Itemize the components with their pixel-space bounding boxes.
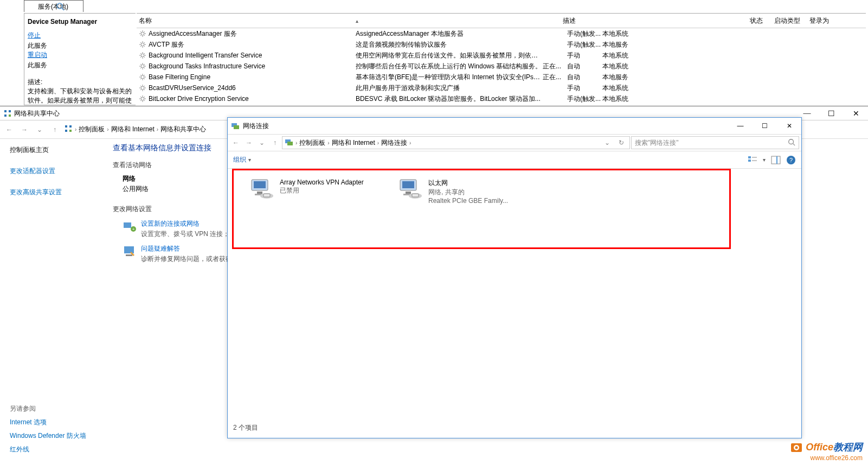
gear-icon — [139, 73, 146, 81]
network-connections-title: 网络连接 — [243, 122, 269, 131]
new-connection-link[interactable]: 设置新的连接或网络 — [141, 219, 236, 228]
maximize-button[interactable]: ☐ — [819, 106, 844, 120]
forward-button[interactable]: → — [243, 139, 255, 146]
breadcrumb-item[interactable]: 网络和共享中心 — [160, 125, 206, 134]
service-row[interactable]: BcastDVRUserService_24dd6此用户服务用于游戏录制和实况广… — [137, 82, 866, 93]
status-bar: 2 个项目 — [233, 423, 258, 432]
desc-label: 描述: — [28, 78, 132, 87]
service-startup: 手动(触发... — [567, 40, 602, 49]
gear-icon — [139, 84, 146, 92]
svg-rect-18 — [124, 222, 131, 228]
help-button[interactable]: ? — [786, 155, 796, 165]
recent-dropdown[interactable]: ⌄ — [34, 124, 46, 136]
network-connections-icon — [285, 138, 293, 148]
service-startup: 手动(触发... — [567, 29, 602, 39]
network-center-title: 网络和共享中心 — [14, 109, 60, 118]
svg-rect-11 — [9, 110, 11, 112]
service-desc: 控制哪些后台任务可以在系统上运行的 Windows 基础结构服务。 — [356, 62, 543, 71]
service-desc: 使用空闲网络带宽在后台传送文件。如果该服务被禁用，则依赖... — [356, 51, 543, 60]
back-button[interactable]: ← — [3, 124, 15, 136]
service-desc: 此用户服务用于游戏录制和实况广播 — [356, 84, 543, 93]
services-window: 服务(本地) Device Setup Manager 停止此服务 重启动此服务… — [0, 0, 868, 109]
chevron-down-icon[interactable]: ▾ — [248, 157, 251, 163]
search-box[interactable]: 搜索"网络连接" — [631, 136, 799, 149]
service-startup: 手动 — [567, 84, 602, 93]
see-also-internet-options[interactable]: Internet 选项 — [10, 418, 86, 427]
close-button[interactable]: ✕ — [844, 106, 868, 120]
service-name: BcastDVRUserService_24dd6 — [149, 84, 356, 92]
up-button[interactable]: ↑ — [49, 124, 61, 136]
sidebar-control-panel-home[interactable]: 控制面板主页 — [10, 145, 98, 155]
stop-service-link[interactable]: 停止 — [28, 31, 132, 40]
col-status[interactable]: 状态 — [750, 16, 774, 26]
organize-button[interactable]: 组织 — [233, 155, 246, 164]
close-button[interactable]: ✕ — [777, 118, 801, 134]
svg-point-5 — [141, 65, 144, 68]
troubleshoot-icon — [123, 244, 137, 258]
service-login: 本地服务 — [602, 73, 657, 82]
service-desc: BDESVC 承载 BitLocker 驱动器加密服务。BitLocker 驱动… — [356, 94, 543, 104]
up-button[interactable]: ↑ — [269, 139, 281, 146]
sidebar-advanced-sharing[interactable]: 更改高级共享设置 — [10, 188, 98, 197]
svg-text:+: + — [132, 227, 135, 232]
restart-service-link[interactable]: 重启动 — [28, 50, 132, 60]
service-row[interactable]: AssignedAccessManager 服务AssignedAccessMa… — [137, 28, 866, 39]
breadcrumb-item[interactable]: 网络和 Internet — [332, 138, 375, 148]
forward-button[interactable]: → — [18, 124, 30, 136]
service-name: AVCTP 服务 — [149, 40, 356, 49]
sort-indicator-icon: ▴ — [356, 18, 358, 24]
service-login: 本地系统 — [602, 29, 657, 39]
see-also-infrared[interactable]: 红外线 — [10, 445, 86, 454]
network-connections-addressbar: ← → ⌄ ↑ › 控制面板 › 网络和 Internet › 网络连接 › ⌄… — [228, 134, 801, 151]
services-columns-header[interactable]: 名称 ▴ 描述 状态 启动类型 登录为 — [137, 13, 866, 28]
service-name: AssignedAccessManager 服务 — [149, 29, 356, 39]
breadcrumb-item[interactable]: 控制面板 — [79, 125, 105, 134]
svg-rect-29 — [748, 156, 751, 158]
col-login[interactable]: 登录为 — [809, 16, 864, 26]
recent-dropdown[interactable]: ⌄ — [256, 139, 268, 146]
service-status: 正在... — [543, 73, 567, 82]
service-login: 本地服务 — [602, 40, 657, 49]
col-startup[interactable]: 启动类型 — [774, 16, 809, 26]
services-tab[interactable]: 服务(本地) — [24, 0, 83, 12]
back-button[interactable]: ← — [230, 139, 242, 146]
watermark-logo-icon — [790, 442, 803, 453]
svg-line-1 — [62, 8, 64, 10]
gear-icon — [139, 95, 146, 103]
services-list: AssignedAccessManager 服务AssignedAccessMa… — [137, 28, 866, 115]
service-row[interactable]: Background Tasks Infrastructure Service控… — [137, 61, 866, 72]
col-name[interactable]: 名称 — [139, 16, 356, 26]
network-connections-content: Array Networks VPN Adapter已禁用以太网网络, 共享的R… — [228, 169, 801, 435]
troubleshoot-link[interactable]: 问题疑难解答 — [141, 244, 232, 253]
service-login: 本地系统 — [602, 94, 657, 104]
breadcrumb[interactable]: › 控制面板 › 网络和 Internet › 网络连接 › ⌄ ↻ — [282, 136, 630, 149]
svg-rect-16 — [65, 130, 67, 132]
svg-rect-10 — [4, 110, 7, 112]
preview-pane-button[interactable] — [771, 155, 781, 165]
network-connections-titlebar[interactable]: 网络连接 — ☐ ✕ — [228, 118, 801, 134]
breadcrumb-item[interactable]: 网络连接 — [381, 138, 407, 148]
sidebar-adapter-settings[interactable]: 更改适配器设置 — [10, 167, 98, 176]
gear-icon — [139, 30, 146, 37]
service-row[interactable]: Base Filtering Engine基本筛选引擎(BFE)是一种管理防火墙… — [137, 72, 866, 82]
svg-point-2 — [141, 32, 144, 35]
see-also-label: 另请参阅 — [10, 404, 86, 413]
col-desc[interactable]: 描述 — [563, 16, 750, 26]
service-row[interactable]: AVCTP 服务这是音频视频控制传输协议服务手动(触发...本地服务 — [137, 39, 866, 50]
service-row[interactable]: BitLocker Drive Encryption ServiceBDESVC… — [137, 93, 866, 104]
dropdown-icon[interactable]: ⌄ — [601, 139, 613, 146]
view-options-button[interactable] — [748, 155, 757, 165]
service-row[interactable]: Background Intelligent Transfer Service使… — [137, 50, 866, 61]
minimize-button[interactable]: — — [728, 118, 753, 134]
see-also-defender-firewall[interactable]: Windows Defender 防火墙 — [10, 431, 86, 441]
breadcrumb-item[interactable]: 控制面板 — [299, 138, 325, 148]
maximize-button[interactable]: ☐ — [753, 118, 777, 134]
refresh-button[interactable]: ↻ — [615, 139, 627, 146]
svg-rect-17 — [69, 130, 72, 132]
svg-rect-15 — [69, 125, 72, 128]
chevron-right-icon: › — [107, 126, 108, 132]
service-name: Background Tasks Infrastructure Service — [149, 62, 356, 70]
gear-icon — [139, 41, 146, 48]
chevron-down-icon[interactable]: ▾ — [763, 157, 766, 163]
breadcrumb-item[interactable]: 网络和 Internet — [111, 125, 155, 134]
